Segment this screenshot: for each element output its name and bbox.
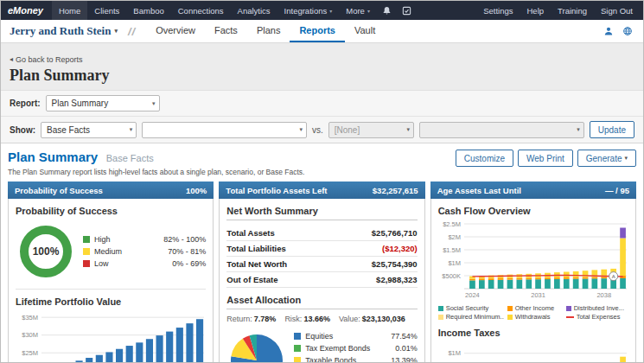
compare-detail-select[interactable]	[419, 122, 584, 138]
show-filter-row: Show: Base Facts vs. [None] Update	[1, 117, 643, 143]
top-nav-item-clients[interactable]: Clients	[87, 1, 126, 20]
compare-select[interactable]: [None]	[328, 122, 414, 138]
top-nav-item-bamboo[interactable]: Bamboo	[126, 1, 170, 20]
allocation-legend-item: Equities77.54%	[294, 332, 417, 341]
svg-text:2024: 2024	[465, 291, 480, 299]
chevron-down-icon: ▾	[114, 28, 118, 35]
chevron-down-icon: ▾	[624, 155, 628, 162]
advisor-person-icon[interactable]	[603, 26, 614, 36]
legend-swatch	[294, 357, 301, 363]
net-worth-label: Total Assets	[226, 228, 274, 238]
top-nav-right-menu: SettingsHelpTrainingSign Out	[476, 1, 643, 20]
svg-text:$30M: $30M	[22, 331, 38, 339]
show-select[interactable]: Base Facts	[41, 122, 137, 138]
net-worth-value: $25,766,710	[372, 228, 418, 238]
top-nav-item-integrations[interactable]: Integrations▾	[277, 1, 340, 20]
net-worth-value: $2,988,323	[376, 275, 418, 284]
panel-header-label: Probability of Success	[15, 186, 103, 195]
net-worth-label: Total Net Worth	[226, 259, 287, 269]
probability-legend-item: Low0% - 69%	[83, 259, 206, 268]
tab-facts[interactable]: Facts	[205, 20, 247, 42]
tab-overview[interactable]: Overview	[146, 20, 205, 42]
panel-header-value: 100%	[186, 186, 207, 195]
svg-text:$2M: $2M	[448, 233, 461, 241]
legend-swatch	[566, 306, 571, 311]
lifetime-portfolio-bar-chart: $35M$30M$25M$20M$15M	[16, 312, 205, 363]
top-nav: eMoney HomeClientsBambooConnectionsAnaly…	[1, 1, 643, 20]
top-nav-item-training[interactable]: Training	[551, 1, 594, 20]
legend-label: Withdrawals	[515, 313, 551, 321]
top-nav-item-settings[interactable]: Settings	[476, 1, 520, 20]
customize-button[interactable]: Customize	[456, 150, 513, 167]
probability-donut-chart: 100%	[16, 221, 76, 282]
probability-panel-header: Probability of Success 100%	[8, 182, 214, 199]
tab-vault[interactable]: Vault	[345, 20, 385, 42]
compare-select-value: [None]	[335, 125, 360, 135]
portfolio-assets-panel: Total Portfolio Assets Left $32,257,615 …	[219, 182, 424, 363]
top-nav-item-connections[interactable]: Connections	[171, 1, 231, 20]
stat-value: 7.78%	[254, 315, 277, 323]
allocation-legend-item: Taxable Bonds13.39%	[294, 356, 417, 363]
top-nav-item-more[interactable]: More▾	[339, 1, 377, 20]
back-link-label: Go back to Reports	[16, 55, 83, 64]
svg-text:2031: 2031	[531, 291, 545, 299]
asset-allocation-pie-chart	[226, 330, 287, 363]
show-detail-select[interactable]	[142, 122, 307, 138]
svg-text:$1M: $1M	[448, 349, 461, 357]
stat-label: Value:	[339, 315, 360, 323]
legend-label: Social Security	[446, 304, 489, 312]
web-print-button[interactable]: Web Print	[518, 150, 573, 167]
cashflow-legend-item: Withdrawals	[507, 313, 563, 321]
legend-label: Other Income	[515, 304, 554, 312]
legend-label: Low	[94, 259, 109, 268]
client-site-globe-icon[interactable]	[622, 26, 633, 36]
top-nav-item-label: Home	[59, 6, 80, 16]
tab-plans[interactable]: Plans	[247, 20, 290, 42]
probability-chart-row: 100% High82% - 100%Medium70% - 81%Low0% …	[16, 221, 206, 282]
update-button[interactable]: Update	[590, 121, 634, 138]
top-nav-item-label: More	[346, 6, 365, 16]
top-nav-item-analytics[interactable]: Analytics	[231, 1, 277, 20]
legend-value: 77.54%	[391, 332, 418, 341]
client-selector[interactable]: Jerry and Ruth Stein ▾	[10, 24, 118, 38]
top-nav-item-home[interactable]: Home	[52, 1, 87, 20]
report-title: Plan Summary	[8, 150, 98, 164]
legend-label: High	[94, 235, 111, 244]
report-select[interactable]: Plan Summary	[46, 95, 160, 111]
top-nav-item-help[interactable]: Help	[520, 1, 552, 20]
legend-swatch	[83, 248, 90, 255]
income-taxes-chart: $1M$750K$500K$250K	[438, 343, 628, 363]
asset-allocation-stats: Return:7.78%Risk:13.66%Value:$23,130,036	[226, 315, 417, 323]
net-worth-row: Total Net Worth$25,754,390	[226, 257, 417, 272]
legend-value: 0.01%	[395, 344, 418, 353]
top-nav-item-label: Bamboo	[133, 6, 163, 16]
back-to-reports-link[interactable]: ◂ Go back to Reports	[10, 55, 83, 64]
tasks-checkbox-icon[interactable]	[397, 6, 417, 16]
panel-header-label: Total Portfolio Assets Left	[226, 186, 327, 195]
cash-flow-title: Cash Flow Overview	[438, 206, 628, 216]
legend-label: Tax Exempt Bonds	[305, 344, 370, 353]
stat-value: $23,130,036	[362, 315, 405, 323]
net-worth-value: $25,754,390	[372, 259, 418, 269]
portfolio-panel-body: Net Worth Summary Total Assets$25,766,71…	[219, 199, 424, 363]
probability-legend-item: High82% - 100%	[83, 235, 206, 244]
report-title-bar: Plan Summary Base Facts The Plan Summary…	[8, 150, 636, 176]
tab-reports[interactable]: Reports	[290, 20, 345, 42]
notifications-bell-icon[interactable]	[377, 6, 397, 16]
svg-text:$500K: $500K	[442, 272, 461, 280]
panel-header-label: Age Assets Last Until	[437, 186, 521, 195]
report-select-value: Plan Summary	[52, 99, 109, 108]
lifetime-portfolio-title: Lifetime Portfolio Value	[16, 296, 206, 307]
legend-label: Required Minimum...	[446, 313, 504, 321]
net-worth-row: Out of Estate$2,988,323	[226, 272, 417, 288]
svg-text:$25M: $25M	[22, 349, 38, 357]
net-worth-table: Total Assets$25,766,710Total Liabilities…	[226, 226, 417, 288]
probability-legend: High82% - 100%Medium70% - 81%Low0% - 69%	[83, 232, 206, 271]
panel-header-value: $32,257,615	[373, 186, 418, 195]
client-bar: Jerry and Ruth Stein ▾ // OverviewFactsP…	[1, 20, 643, 43]
generate-button[interactable]: Generate▾	[577, 150, 636, 167]
vs-label: vs.	[312, 125, 323, 135]
top-nav-item-label: Integrations	[284, 6, 328, 16]
emoney-logo[interactable]: eMoney	[1, 5, 52, 16]
top-nav-item-sign-out[interactable]: Sign Out	[594, 1, 640, 20]
